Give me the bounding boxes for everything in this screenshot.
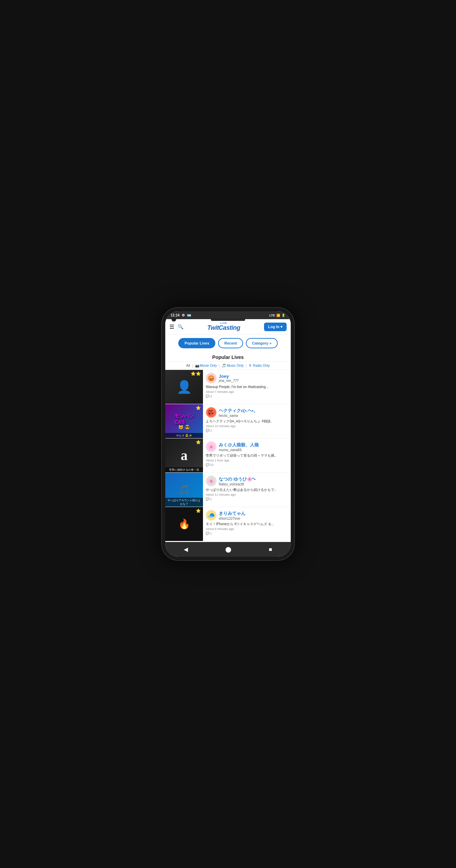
nav-tabs: Popular Lives Recent Category » xyxy=(165,335,291,352)
stream-info-1: 😡 Joey jma_ren_777 Wassup People, I'm li… xyxy=(203,370,291,404)
streamer-names-1: Joey jma_ren_777 xyxy=(219,374,239,383)
header: ☰ 🔍 LIVE TwitCasting Log In ▾ xyxy=(165,319,291,335)
display-name-3: みく@人狼殺、人狼 xyxy=(219,442,259,448)
streamer-row-1: 😡 Joey jma_ren_777 xyxy=(206,373,288,384)
stream-item-1[interactable]: 👤 ⭐⭐ 😡 Joey jma_ren_777 Wassup Peop xyxy=(165,370,291,404)
filter-music[interactable]: 🎵 Music Only xyxy=(222,364,243,367)
streamer-row-2: 👺 ヘクティクε(•.ヘ•。 hectic_sama xyxy=(206,407,288,418)
stream-item-2[interactable]: モンハンCAS 🐱😎 ⭐ やんそ 😎✨ 👺 xyxy=(165,404,291,438)
avatar-4: 🌸 xyxy=(206,475,217,486)
status-time: 11:14 xyxy=(171,313,180,317)
thumb-overlay-4: やっぱりアカウント続けよかな？ xyxy=(165,498,203,507)
section-title: Popular Lives xyxy=(165,352,291,362)
streamer-names-2: ヘクティクε(•.ヘ•。 hectic_sama xyxy=(219,408,258,418)
phone-frame: 11:14 ⚙ 🪪 LTE 📶 🔋 ☰ 🔍 LIVE TwitCastin xyxy=(161,307,295,561)
phone-screen: 11:14 ⚙ 🪪 LTE 📶 🔋 ☰ 🔍 LIVE TwitCastin xyxy=(165,311,291,557)
stream-thumb-3: a ⭐ 壱男に挑戦するの巻！笑 xyxy=(165,438,203,472)
display-name-4: なつの ゆうひ🌸*• xyxy=(219,476,255,482)
stream-time-2: About 10 minutes ago xyxy=(206,424,288,428)
back-button[interactable]: ◀ xyxy=(181,545,191,554)
comment-icon-5: 💬 xyxy=(206,532,209,535)
status-right: LTE 📶 🔋 xyxy=(269,314,285,317)
stream-thumb-2: モンハンCAS 🐱😎 ⭐ やんそ 😎✨ xyxy=(165,404,203,438)
stream-comments-4: 💬 1 xyxy=(206,497,288,501)
stream-comments-1: 💬 3 xyxy=(206,395,288,398)
display-name-1: Joey xyxy=(219,374,239,379)
comment-count-3: 22 xyxy=(210,463,214,467)
thumb-stars-5: ⭐ xyxy=(196,508,201,513)
camera xyxy=(171,317,176,322)
filter-radio-label: Radio Only xyxy=(253,364,269,367)
streamer-row-4: 🌸 なつの ゆうひ🌸*• Natsu_voiceact8 xyxy=(206,475,288,486)
thumb-stars-2: ⭐ xyxy=(196,406,201,410)
display-name-5: きりみてゃん xyxy=(219,510,245,517)
speaker xyxy=(211,318,245,321)
thumb-char-3: a xyxy=(181,447,188,463)
stream-time-3: About 1 hour ago xyxy=(206,459,288,462)
logo-live: LIVE xyxy=(207,322,240,324)
thumb-char-5: 🔥 xyxy=(178,518,190,530)
avatar-1: 😡 xyxy=(206,373,217,384)
thumb-stars-3: ⭐ xyxy=(196,440,201,445)
filter-bar: All | 📷 Movie Only | 🎵 Music Only | 🎙 Ra… xyxy=(165,362,291,370)
handle-4: Natsu_voiceact8 xyxy=(219,482,255,486)
search-icon[interactable]: 🔍 xyxy=(178,324,183,329)
stream-info-2: 👺 ヘクティクε(•.ヘ•。 hectic_sama よろヘクティク(o•_•o… xyxy=(203,404,291,438)
stream-info-4: 🌸 なつの ゆうひ🌸*• Natsu_voiceact8 やっぱり伝えたい事はあ… xyxy=(203,473,291,507)
stream-thumb-4: 🎵 やっぱりアカウント続けよかな？ xyxy=(165,473,203,507)
stream-item-5[interactable]: 🔥 ⭐ 🧢 きりみてゃん shion1227eve モイ！iPhone xyxy=(165,507,291,541)
thumb-overlay-2: やんそ 😎✨ xyxy=(165,433,203,438)
stream-thumb-1: 👤 ⭐⭐ xyxy=(165,370,203,404)
avatar-2: 👺 xyxy=(206,407,217,418)
thumb-stars-1: ⭐⭐ xyxy=(191,371,201,376)
stream-item-3[interactable]: a ⭐ 壱男に挑戦するの巻！笑 🌸 みく@人狼殺、人狼 mumu_nana66 xyxy=(165,438,291,473)
thumb-char-4: 🎵 xyxy=(178,484,190,495)
streamer-names-3: みく@人狼殺、人狼 mumu_nana66 xyxy=(219,442,259,452)
stream-desc-2: よろヘクティク(o•_•o)ぺろりんちょ #雑談.. xyxy=(206,419,288,423)
movie-icon: 📷 xyxy=(195,364,199,367)
streamer-row-5: 🧢 きりみてゃん shion1227eve xyxy=(206,510,288,521)
comment-icon-2: 💬 xyxy=(206,429,209,432)
bottom-nav: ◀ ⬤ ■ xyxy=(165,542,291,557)
streamer-row-3: 🌸 みく@人狼殺、人狼 mumu_nana66 xyxy=(206,441,288,452)
thumb-overlay-3: 壱男に挑戦するの巻！笑 xyxy=(165,467,203,472)
home-button[interactable]: ⬤ xyxy=(223,545,234,554)
avatar-3: 🌸 xyxy=(206,441,217,452)
filter-radio[interactable]: 🎙 Radio Only xyxy=(249,364,269,367)
filter-movie[interactable]: 📷 Movie Only xyxy=(195,364,217,367)
comment-count-4: 1 xyxy=(210,497,212,501)
stream-comments-2: 💬 3 xyxy=(206,429,288,432)
settings-icon: ⚙ xyxy=(182,313,185,317)
stream-list: 👤 ⭐⭐ 😡 Joey jma_ren_777 Wassup Peop xyxy=(165,370,291,542)
thumb-char-1: 👤 xyxy=(177,380,192,394)
streamer-names-4: なつの ゆうひ🌸*• Natsu_voiceact8 xyxy=(219,476,255,486)
menu-icon[interactable]: ☰ xyxy=(169,324,174,330)
logo: LIVE TwitCasting xyxy=(207,322,240,331)
stream-comments-5: 💬 1 xyxy=(206,532,288,535)
filter-all[interactable]: All xyxy=(186,364,190,367)
stream-time-5: About 9 minutes ago xyxy=(206,527,288,531)
recents-button[interactable]: ■ xyxy=(266,545,275,554)
filter-music-label: Music Only xyxy=(227,364,243,367)
header-left: ☰ 🔍 xyxy=(169,324,183,330)
filter-movie-label: Movie Only xyxy=(200,364,217,367)
handle-1: jma_ren_777 xyxy=(219,379,239,383)
tab-recent[interactable]: Recent xyxy=(218,338,243,348)
thumb-icons-2: 🐱😎 xyxy=(178,425,190,430)
tab-popular[interactable]: Popular Lives xyxy=(178,338,215,348)
thumb-bg-1: 👤 ⭐⭐ xyxy=(165,370,203,404)
comment-count-2: 3 xyxy=(210,429,212,432)
tab-category[interactable]: Category » xyxy=(246,338,278,348)
app-content: ☰ 🔍 LIVE TwitCasting Log In ▾ Popular Li… xyxy=(165,319,291,542)
thumb-bg-3: a ⭐ 壱男に挑戦するの巻！笑 xyxy=(165,438,203,472)
comment-icon-4: 💬 xyxy=(206,497,209,501)
comment-count-5: 1 xyxy=(210,532,212,535)
stream-desc-4: やっぱり伝えたい事はあるから続けるかもで.. xyxy=(206,487,288,492)
stream-item-4[interactable]: 🎵 やっぱりアカウント続けよかな？ 🌸 なつの ゆうひ🌸*• Natsu_voi… xyxy=(165,473,291,507)
radio-icon: 🎙 xyxy=(249,364,252,367)
login-button[interactable]: Log In ▾ xyxy=(264,323,287,331)
comment-count-1: 3 xyxy=(210,395,212,398)
stream-info-3: 🌸 みく@人狼殺、人狼 mumu_nana66 壱男でツボって頑張って登るの回～… xyxy=(203,438,291,472)
music-icon: 🎵 xyxy=(222,364,226,367)
display-name-2: ヘクティクε(•.ヘ•。 xyxy=(219,408,258,414)
